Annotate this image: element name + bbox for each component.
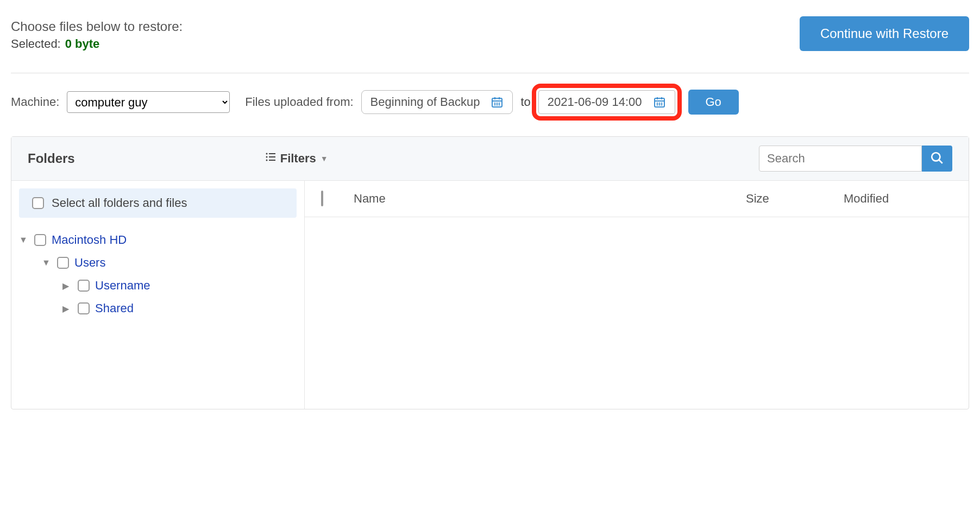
svg-rect-21 <box>269 153 275 154</box>
svg-point-8 <box>497 105 498 105</box>
date-to-value: 2021-06-09 14:00 <box>548 95 642 109</box>
search-button[interactable] <box>922 146 952 172</box>
tree-checkbox[interactable] <box>34 234 46 246</box>
file-panel: Folders Filters ▼ Select all folders and <box>11 136 969 409</box>
svg-point-19 <box>661 105 662 105</box>
svg-line-27 <box>939 160 943 163</box>
panel-header: Folders Filters ▼ <box>11 137 969 181</box>
machine-select[interactable]: computer guy <box>67 91 230 113</box>
uploaded-from-label: Files uploaded from: <box>245 95 353 109</box>
folders-heading: Folders <box>28 151 75 166</box>
tree-label[interactable]: Username <box>95 279 150 293</box>
to-label: to <box>520 95 530 109</box>
svg-rect-25 <box>269 160 275 161</box>
column-size: Size <box>746 192 844 206</box>
svg-point-7 <box>495 105 495 105</box>
tree-label[interactable]: Users <box>74 256 105 270</box>
chevron-down-icon[interactable]: ▼ <box>19 235 29 245</box>
tree-checkbox[interactable] <box>57 257 69 269</box>
tree-item-shared[interactable]: ▶ Shared <box>19 297 297 320</box>
chevron-down-icon[interactable]: ▼ <box>42 258 52 268</box>
tree-label[interactable]: Shared <box>95 301 134 315</box>
svg-point-16 <box>661 103 662 104</box>
continue-restore-button[interactable]: Continue with Restore <box>800 16 969 51</box>
svg-point-20 <box>266 153 267 155</box>
svg-point-26 <box>932 153 940 161</box>
search-icon <box>930 151 944 167</box>
selected-label: Selected: <box>11 37 61 51</box>
svg-point-4 <box>495 103 495 104</box>
tree-checkbox[interactable] <box>78 302 90 314</box>
date-to-input[interactable]: 2021-06-09 14:00 <box>538 90 675 114</box>
tree-label[interactable]: Macintosh HD <box>52 233 127 247</box>
tree-checkbox[interactable] <box>78 280 90 292</box>
tree-item-username[interactable]: ▶ Username <box>19 274 297 297</box>
select-all-bar[interactable]: Select all folders and files <box>19 188 297 218</box>
table-header: Name Size Modified <box>305 181 969 217</box>
calendar-icon <box>653 96 666 109</box>
svg-point-5 <box>497 103 498 104</box>
list-icon <box>265 151 276 166</box>
date-from-value: Beginning of Backup <box>370 95 480 109</box>
filter-row: Machine: computer guy Files uploaded fro… <box>11 90 969 136</box>
machine-label: Machine: <box>11 95 59 109</box>
calendar-icon <box>491 96 504 109</box>
svg-rect-23 <box>269 156 275 157</box>
search-input[interactable] <box>759 146 922 172</box>
tree-item-macintosh-hd[interactable]: ▼ Macintosh HD <box>19 229 297 251</box>
column-modified: Modified <box>844 192 952 206</box>
svg-point-9 <box>499 105 500 105</box>
svg-point-22 <box>266 156 267 158</box>
select-all-files-checkbox[interactable] <box>321 191 323 206</box>
divider <box>11 73 969 73</box>
files-column: Name Size Modified <box>305 181 969 409</box>
filters-toggle[interactable]: Filters ▼ <box>265 151 328 166</box>
select-all-label: Select all folders and files <box>52 196 187 210</box>
go-button[interactable]: Go <box>688 90 739 115</box>
svg-point-14 <box>657 103 657 104</box>
instruction-text: Choose files below to restore: <box>11 16 183 37</box>
folder-tree: ▼ Macintosh HD ▼ Users ▶ Username ▶ <box>11 229 304 331</box>
svg-point-6 <box>499 103 500 104</box>
selected-value: 0 byte <box>65 37 100 51</box>
date-from-input[interactable]: Beginning of Backup <box>361 90 513 114</box>
chevron-right-icon[interactable]: ▶ <box>62 281 72 291</box>
tree-item-users[interactable]: ▼ Users <box>19 251 297 274</box>
svg-point-24 <box>266 160 267 161</box>
filters-label-text: Filters <box>280 151 316 166</box>
svg-point-15 <box>659 103 659 104</box>
chevron-right-icon[interactable]: ▶ <box>62 304 72 314</box>
caret-down-icon: ▼ <box>321 154 328 163</box>
column-name: Name <box>354 192 746 206</box>
select-all-checkbox[interactable] <box>32 197 44 209</box>
folders-column: Select all folders and files ▼ Macintosh… <box>11 181 305 409</box>
svg-point-17 <box>657 105 657 105</box>
svg-point-18 <box>659 105 659 105</box>
